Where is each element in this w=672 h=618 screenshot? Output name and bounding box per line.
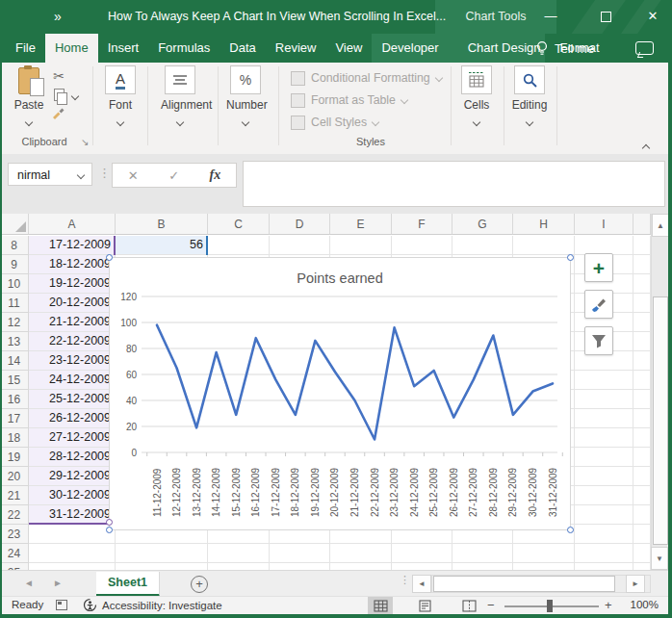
cell-sliver-16[interactable]	[633, 390, 651, 409]
cell-A15[interactable]: 24-12-2009	[29, 371, 116, 390]
clipboard-dialog-launcher[interactable]: ↘	[81, 137, 89, 147]
row-header-12[interactable]: 12	[0, 313, 29, 332]
collapse-ribbon-button[interactable]	[643, 138, 659, 149]
row-header-24[interactable]: 24	[0, 544, 29, 563]
chart-series-line[interactable]	[157, 325, 553, 440]
tab-formulas[interactable]: Formulas	[148, 34, 220, 63]
cell-A20[interactable]: 29-12-2009	[29, 467, 116, 486]
row-header-23[interactable]: 23	[0, 525, 29, 544]
cell-I20[interactable]	[575, 467, 633, 486]
column-header-G[interactable]: G	[452, 214, 513, 235]
row-header-20[interactable]: 20	[0, 467, 29, 486]
cell-sliver-8[interactable]	[633, 236, 651, 255]
cell-H25[interactable]	[513, 563, 575, 570]
select-all-button[interactable]	[0, 214, 29, 235]
name-box-dropdown-chevron[interactable]	[77, 171, 85, 179]
cell-I8[interactable]	[575, 236, 633, 255]
cell-A21[interactable]: 30-12-2009	[29, 486, 116, 505]
column-header-sliver[interactable]	[633, 214, 651, 235]
cell-I22[interactable]	[575, 505, 633, 525]
tab-insert[interactable]: Insert	[98, 34, 149, 63]
chart-elements-button[interactable]: +	[584, 253, 613, 282]
cell-C25[interactable]	[208, 563, 270, 570]
chart-area[interactable]: 02040608010012011-12-200912-12-200913-12…	[109, 257, 571, 530]
column-header-F[interactable]: F	[392, 214, 452, 235]
cell-sliver-9[interactable]	[633, 255, 651, 274]
cell-sliver-14[interactable]	[633, 351, 651, 371]
new-sheet-button[interactable]: +	[191, 576, 208, 593]
insert-function-icon[interactable]: fx	[210, 167, 221, 183]
row-header-8[interactable]: 8	[0, 236, 29, 255]
cell-A17[interactable]: 26-12-2009	[29, 409, 116, 428]
tell-me-button[interactable]: Tell me	[535, 34, 594, 63]
cell-I21[interactable]	[575, 486, 633, 505]
scroll-up-button[interactable]: ▲	[652, 214, 669, 237]
cell-F24[interactable]	[392, 544, 452, 563]
row-header-13[interactable]: 13	[0, 332, 29, 351]
cut-button[interactable]: ✂	[50, 69, 67, 84]
zoom-out-button[interactable]: −	[487, 598, 495, 612]
tab-scroll-splitter[interactable]: ⋮	[400, 576, 407, 583]
page-layout-view-button[interactable]	[412, 597, 437, 614]
copy-dropdown-chevron[interactable]	[71, 92, 79, 100]
horizontal-scroll-thumb[interactable]	[433, 576, 615, 592]
cell-sliver-13[interactable]	[633, 332, 651, 351]
cell-B25[interactable]	[116, 563, 208, 570]
conditional-formatting-chevron[interactable]	[434, 74, 442, 82]
cell-I19[interactable]	[575, 448, 633, 467]
cell-sliver-11[interactable]	[633, 294, 651, 313]
cell-G25[interactable]	[452, 563, 513, 570]
cell-G24[interactable]	[452, 544, 513, 563]
cell-C24[interactable]	[208, 544, 270, 563]
cell-B8[interactable]: 56	[116, 236, 208, 255]
cell-F25[interactable]	[392, 563, 452, 570]
alignment-group-button[interactable]: Alignment	[161, 65, 199, 133]
tab-file[interactable]: File	[6, 34, 45, 63]
cell-A18[interactable]: 27-12-2009	[29, 428, 116, 448]
cell-sliver-17[interactable]	[633, 409, 651, 428]
feedback-comment-icon[interactable]	[635, 41, 654, 55]
cell-sliver-23[interactable]	[633, 525, 651, 544]
row-header-17[interactable]: 17	[0, 409, 29, 428]
cells-dropdown-chevron[interactable]	[473, 118, 480, 126]
cell-H8[interactable]	[513, 236, 575, 255]
sheet-nav-right-icon[interactable]: ►	[53, 578, 63, 588]
tab-developer[interactable]: Developer	[372, 34, 448, 63]
chart-handle-top-right[interactable]	[567, 254, 574, 261]
paste-button[interactable]: Paste	[10, 65, 48, 133]
cell-A10[interactable]: 19-12-2009	[29, 274, 116, 294]
row-header-18[interactable]: 18	[0, 428, 29, 448]
column-header-H[interactable]: H	[513, 214, 575, 235]
font-dropdown-chevron[interactable]	[116, 118, 124, 126]
cell-C8[interactable]	[208, 236, 270, 255]
enter-icon[interactable]: ✓	[168, 168, 179, 183]
font-group-button[interactable]: A Font	[101, 65, 140, 133]
cell-A23[interactable]	[29, 525, 116, 544]
cell-A22[interactable]: 31-12-2009	[29, 505, 116, 525]
cell-sliver-15[interactable]	[633, 371, 651, 390]
cell-A19[interactable]: 28-12-2009	[29, 448, 116, 467]
cell-G8[interactable]	[452, 236, 513, 255]
cell-sliver-22[interactable]	[633, 505, 651, 525]
paste-dropdown-chevron[interactable]	[25, 118, 33, 126]
column-header-B[interactable]: B	[116, 214, 208, 235]
chart-handle-bottom-left[interactable]	[106, 527, 113, 533]
cell-D24[interactable]	[270, 544, 330, 563]
cell-A8[interactable]: 17-12-2009	[29, 236, 116, 255]
cell-A16[interactable]: 25-12-2009	[29, 390, 116, 409]
cell-I17[interactable]	[575, 409, 633, 428]
row-header-25[interactable]: 25	[0, 563, 29, 570]
column-header-I[interactable]: I	[575, 214, 633, 235]
column-header-E[interactable]: E	[330, 214, 392, 235]
column-header-C[interactable]: C	[208, 214, 270, 235]
cell-sliver-12[interactable]	[633, 313, 651, 332]
zoom-in-button[interactable]: +	[605, 598, 612, 612]
range-fill-handle[interactable]	[106, 519, 113, 526]
cell-A14[interactable]: 23-12-2009	[29, 351, 116, 371]
normal-view-button[interactable]	[368, 597, 393, 614]
chart-handle-top-left[interactable]	[106, 254, 113, 261]
cell-I16[interactable]	[575, 390, 633, 409]
cell-D8[interactable]	[270, 236, 330, 255]
chart-handle-bottom-right[interactable]	[567, 527, 574, 533]
name-box[interactable]: nirmal	[8, 163, 92, 186]
